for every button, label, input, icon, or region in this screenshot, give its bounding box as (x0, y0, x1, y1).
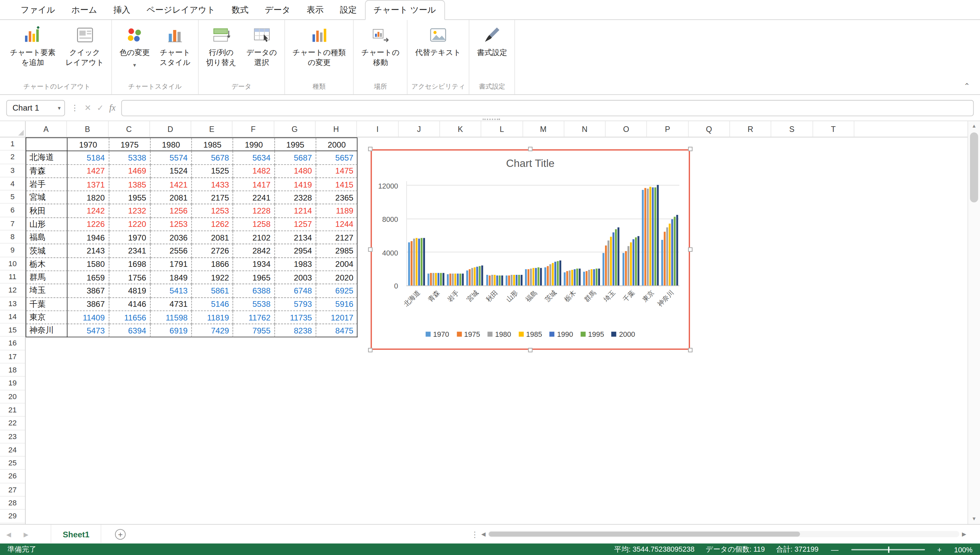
chart-bar[interactable] (518, 275, 520, 285)
cell-B1[interactable]: 1970 (67, 138, 109, 151)
chart-bar[interactable] (486, 275, 488, 286)
chart-bar[interactable] (596, 269, 598, 286)
chart-bar[interactable] (459, 274, 462, 286)
chart-bar[interactable] (615, 229, 617, 286)
row-header-24[interactable]: 24 (0, 443, 25, 457)
col-header-D[interactable]: D (150, 121, 191, 137)
change-chart-type-button[interactable]: チャートの種類 の変更 (288, 20, 351, 67)
col-header-E[interactable]: E (191, 121, 233, 137)
legend-item[interactable]: 1990 (549, 330, 573, 338)
chart-bar[interactable] (416, 238, 418, 285)
chart-bar[interactable] (566, 271, 568, 286)
legend-item[interactable]: 1995 (581, 330, 604, 338)
cell-E12[interactable]: 5861 (192, 284, 233, 298)
chart-bar[interactable] (499, 275, 501, 285)
col-header-H[interactable]: H (316, 121, 357, 137)
chart-bar[interactable] (610, 237, 612, 286)
cell-D8[interactable]: 2036 (151, 231, 192, 244)
cell-F15[interactable]: 7955 (233, 324, 275, 337)
cell-A5[interactable]: 宮城 (26, 191, 67, 205)
row-header-29[interactable]: 29 (0, 510, 25, 523)
row-header-4[interactable]: 4 (0, 177, 25, 191)
cell-F6[interactable]: 1228 (233, 205, 275, 218)
chart-bar[interactable] (559, 260, 561, 286)
cell-F8[interactable]: 2102 (233, 231, 275, 244)
vertical-scroll-thumb[interactable] (970, 133, 978, 202)
chart-title[interactable]: Chart Title (372, 157, 689, 170)
zoom-in-button[interactable]: + (936, 545, 943, 554)
col-header-Q[interactable]: Q (689, 121, 730, 137)
chart-bar[interactable] (676, 215, 678, 286)
cell-A6[interactable]: 秋田 (26, 205, 67, 218)
chart-bar[interactable] (669, 223, 671, 286)
chart-bar[interactable] (579, 269, 581, 286)
chart-bar[interactable] (423, 238, 425, 286)
cell-G14[interactable]: 11735 (275, 311, 316, 324)
col-header-M[interactable]: M (523, 121, 564, 137)
chart-bar[interactable] (583, 271, 585, 286)
tab-file[interactable]: ファイル (13, 1, 63, 19)
chart-bar[interactable] (674, 217, 676, 286)
col-header-T[interactable]: T (813, 121, 854, 137)
move-chart-button[interactable]: チャートの 移動 (356, 20, 405, 67)
cell-B12[interactable]: 3867 (67, 284, 109, 298)
row-header-6[interactable]: 6 (0, 204, 25, 217)
chart-bar[interactable] (557, 261, 559, 286)
add-chart-element-button[interactable]: チャート要素 を追加 (5, 20, 61, 67)
chart-bar[interactable] (513, 275, 515, 286)
cell-G11[interactable]: 2003 (275, 271, 316, 284)
chart-bar[interactable] (462, 274, 464, 285)
cell-C6[interactable]: 1232 (109, 205, 150, 218)
cell-D7[interactable]: 1253 (151, 218, 192, 231)
chart-bar[interactable] (618, 228, 620, 286)
chart-bar[interactable] (537, 268, 539, 285)
row-header-20[interactable]: 20 (0, 390, 25, 403)
cell-D13[interactable]: 4731 (151, 298, 192, 311)
chart-bar[interactable] (632, 239, 635, 286)
chart-bar[interactable] (515, 275, 517, 286)
zoom-slider-thumb[interactable] (888, 546, 890, 553)
cell-C8[interactable]: 1970 (109, 231, 150, 244)
row-header-1[interactable]: 1 (0, 138, 25, 151)
cell-E10[interactable]: 1866 (192, 258, 233, 271)
cell-G7[interactable]: 1257 (275, 218, 316, 231)
cancel-icon[interactable]: ✕ (84, 103, 91, 112)
chart-bar[interactable] (547, 266, 549, 286)
tab-data[interactable]: データ (257, 1, 299, 19)
cell-D15[interactable]: 6919 (151, 324, 192, 337)
chart-bar[interactable] (593, 269, 595, 286)
scroll-up-button[interactable]: ▲ (968, 121, 980, 131)
cell-G8[interactable]: 2134 (275, 231, 316, 244)
chart-bar[interactable] (489, 275, 491, 286)
legend-item[interactable]: 2000 (612, 330, 635, 338)
cell-D6[interactable]: 1256 (151, 205, 192, 218)
cell-D3[interactable]: 1524 (151, 165, 192, 178)
chart-object[interactable]: Chart Title 04000800012000 北海道青森岩手宮城秋田山形… (371, 149, 690, 350)
chart-bar[interactable] (482, 266, 484, 286)
chart-resize-handle[interactable] (688, 247, 692, 252)
cell-B5[interactable]: 1820 (67, 191, 109, 205)
cell-H15[interactable]: 8475 (316, 324, 358, 337)
cell-H3[interactable]: 1475 (316, 165, 358, 178)
cell-B15[interactable]: 5473 (67, 324, 109, 337)
chart-bar[interactable] (625, 251, 627, 286)
cell-C14[interactable]: 11656 (109, 311, 150, 324)
legend-item[interactable]: 1975 (457, 330, 480, 338)
cell-C4[interactable]: 1385 (109, 178, 150, 191)
chart-bar[interactable] (530, 268, 532, 286)
collapse-ribbon-button[interactable]: ⌃ (964, 82, 970, 91)
chart-bar[interactable] (527, 269, 529, 285)
chart-bar[interactable] (450, 274, 451, 286)
chart-bar[interactable] (525, 269, 527, 286)
chart-bar[interactable] (630, 242, 632, 286)
row-header-11[interactable]: 11 (0, 271, 25, 284)
row-header-13[interactable]: 13 (0, 297, 25, 311)
cell-F4[interactable]: 1417 (233, 178, 275, 191)
cell-H14[interactable]: 12017 (316, 311, 358, 324)
cell-D4[interactable]: 1421 (151, 178, 192, 191)
legend-item[interactable]: 1980 (488, 330, 511, 338)
cell-G12[interactable]: 6748 (275, 284, 316, 298)
horizontal-scrollbar[interactable]: ◀ ▶ (481, 530, 966, 538)
chart-bar[interactable] (508, 275, 510, 286)
chart-bar[interactable] (521, 275, 522, 286)
